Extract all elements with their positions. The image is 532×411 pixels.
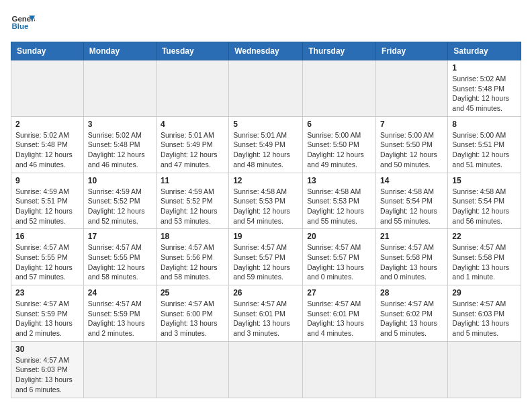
day-cell: 19Sunrise: 4:57 AMSunset: 5:57 PMDayligh…: [229, 229, 303, 285]
day-cell: 17Sunrise: 4:57 AMSunset: 5:55 PMDayligh…: [83, 229, 156, 285]
svg-text:Blue: Blue: [11, 22, 29, 30]
day-cell: 13Sunrise: 4:58 AMSunset: 5:53 PMDayligh…: [303, 173, 376, 229]
day-cell: [229, 341, 303, 398]
day-number: 11: [161, 176, 224, 185]
day-number: 18: [161, 232, 224, 241]
day-number: 23: [15, 288, 79, 298]
day-cell: 15Sunrise: 4:58 AMSunset: 5:54 PMDayligh…: [448, 173, 521, 229]
day-number: 6: [307, 120, 371, 129]
day-number: 24: [88, 288, 152, 298]
day-cell: [83, 60, 156, 117]
day-number: 2: [15, 120, 79, 129]
day-number: 15: [452, 176, 517, 185]
day-number: 13: [307, 176, 371, 185]
day-cell: 18Sunrise: 4:57 AMSunset: 5:56 PMDayligh…: [156, 229, 228, 285]
weekday-header-saturday: Saturday: [448, 42, 521, 60]
week-row-5: 23Sunrise: 4:57 AMSunset: 5:59 PMDayligh…: [11, 285, 521, 342]
day-cell: 11Sunrise: 4:59 AMSunset: 5:52 PMDayligh…: [156, 173, 228, 229]
day-number: 27: [307, 288, 371, 298]
weekday-header-tuesday: Tuesday: [156, 42, 228, 60]
day-cell: 23Sunrise: 4:57 AMSunset: 5:59 PMDayligh…: [11, 285, 84, 342]
day-cell: 29Sunrise: 4:57 AMSunset: 6:03 PMDayligh…: [448, 285, 521, 342]
day-number: 10: [88, 176, 152, 185]
day-info: Sunrise: 4:57 AMSunset: 6:03 PMDaylight:…: [452, 299, 517, 338]
day-number: 9: [15, 176, 79, 185]
day-cell: 12Sunrise: 4:58 AMSunset: 5:53 PMDayligh…: [229, 173, 303, 229]
day-info: Sunrise: 5:02 AMSunset: 5:48 PMDaylight:…: [15, 130, 79, 170]
day-info: Sunrise: 5:02 AMSunset: 5:48 PMDaylight:…: [88, 130, 152, 170]
day-number: 22: [452, 232, 517, 241]
day-info: Sunrise: 4:57 AMSunset: 6:01 PMDaylight:…: [233, 299, 298, 338]
week-row-1: 1Sunrise: 5:02 AMSunset: 5:48 PMDaylight…: [11, 60, 521, 117]
weekday-header-row: SundayMondayTuesdayWednesdayThursdayFrid…: [11, 42, 521, 60]
logo-icon: General Blue: [11, 11, 35, 35]
day-cell: 1Sunrise: 5:02 AMSunset: 5:48 PMDaylight…: [448, 60, 521, 117]
day-cell: 7Sunrise: 5:00 AMSunset: 5:50 PMDaylight…: [376, 116, 448, 173]
day-info: Sunrise: 4:57 AMSunset: 5:55 PMDaylight:…: [15, 242, 79, 282]
day-number: 21: [380, 232, 443, 241]
week-row-3: 9Sunrise: 4:59 AMSunset: 5:51 PMDaylight…: [11, 173, 521, 229]
day-info: Sunrise: 4:57 AMSunset: 5:57 PMDaylight:…: [233, 242, 298, 282]
page-header: General Blue: [11, 11, 521, 35]
day-cell: [303, 60, 376, 117]
day-cell: 26Sunrise: 4:57 AMSunset: 6:01 PMDayligh…: [229, 285, 303, 342]
day-cell: 21Sunrise: 4:57 AMSunset: 5:58 PMDayligh…: [376, 229, 448, 285]
day-cell: 30Sunrise: 4:57 AMSunset: 6:03 PMDayligh…: [11, 341, 84, 398]
day-number: 7: [380, 120, 443, 129]
weekday-header-sunday: Sunday: [11, 42, 84, 60]
day-cell: [448, 341, 521, 398]
day-number: 26: [233, 288, 298, 298]
day-cell: 2Sunrise: 5:02 AMSunset: 5:48 PMDaylight…: [11, 116, 84, 173]
day-info: Sunrise: 4:57 AMSunset: 5:59 PMDaylight:…: [15, 299, 79, 338]
day-cell: 8Sunrise: 5:00 AMSunset: 5:51 PMDaylight…: [448, 116, 521, 173]
weekday-header-friday: Friday: [376, 42, 448, 60]
day-cell: [376, 341, 448, 398]
day-cell: 27Sunrise: 4:57 AMSunset: 6:01 PMDayligh…: [303, 285, 376, 342]
day-info: Sunrise: 5:01 AMSunset: 5:49 PMDaylight:…: [161, 130, 224, 170]
day-number: 1: [452, 63, 517, 73]
day-cell: 16Sunrise: 4:57 AMSunset: 5:55 PMDayligh…: [11, 229, 84, 285]
day-number: 4: [161, 120, 224, 129]
day-cell: 14Sunrise: 4:58 AMSunset: 5:54 PMDayligh…: [376, 173, 448, 229]
day-info: Sunrise: 4:57 AMSunset: 5:55 PMDaylight:…: [88, 242, 152, 282]
day-info: Sunrise: 4:58 AMSunset: 5:54 PMDaylight:…: [380, 187, 443, 226]
day-info: Sunrise: 5:01 AMSunset: 5:49 PMDaylight:…: [233, 130, 298, 170]
day-cell: 5Sunrise: 5:01 AMSunset: 5:49 PMDaylight…: [229, 116, 303, 173]
weekday-header-thursday: Thursday: [303, 42, 376, 60]
day-cell: [303, 341, 376, 398]
day-info: Sunrise: 4:57 AMSunset: 6:02 PMDaylight:…: [380, 299, 443, 338]
day-info: Sunrise: 4:57 AMSunset: 5:57 PMDaylight:…: [307, 242, 371, 282]
day-cell: [376, 60, 448, 117]
day-cell: 25Sunrise: 4:57 AMSunset: 6:00 PMDayligh…: [156, 285, 228, 342]
day-info: Sunrise: 4:58 AMSunset: 5:54 PMDaylight:…: [452, 187, 517, 226]
logo: General Blue: [11, 11, 35, 35]
day-number: 25: [161, 288, 224, 298]
week-row-2: 2Sunrise: 5:02 AMSunset: 5:48 PMDaylight…: [11, 116, 521, 173]
day-info: Sunrise: 4:59 AMSunset: 5:52 PMDaylight:…: [161, 187, 224, 226]
day-info: Sunrise: 4:57 AMSunset: 5:58 PMDaylight:…: [452, 242, 517, 282]
day-cell: 22Sunrise: 4:57 AMSunset: 5:58 PMDayligh…: [448, 229, 521, 285]
day-number: 19: [233, 232, 298, 241]
day-cell: 4Sunrise: 5:01 AMSunset: 5:49 PMDaylight…: [156, 116, 228, 173]
day-info: Sunrise: 4:57 AMSunset: 5:59 PMDaylight:…: [88, 299, 152, 338]
day-info: Sunrise: 5:00 AMSunset: 5:50 PMDaylight:…: [307, 130, 371, 170]
day-cell: 28Sunrise: 4:57 AMSunset: 6:02 PMDayligh…: [376, 285, 448, 342]
day-cell: 3Sunrise: 5:02 AMSunset: 5:48 PMDaylight…: [83, 116, 156, 173]
day-cell: [11, 60, 84, 117]
day-number: 12: [233, 176, 298, 185]
week-row-4: 16Sunrise: 4:57 AMSunset: 5:55 PMDayligh…: [11, 229, 521, 285]
day-info: Sunrise: 4:59 AMSunset: 5:52 PMDaylight:…: [88, 187, 152, 226]
day-cell: [83, 341, 156, 398]
weekday-header-wednesday: Wednesday: [229, 42, 303, 60]
day-number: 17: [88, 232, 152, 241]
day-number: 8: [452, 120, 517, 129]
day-number: 3: [88, 120, 152, 129]
day-info: Sunrise: 5:00 AMSunset: 5:51 PMDaylight:…: [452, 130, 517, 170]
day-number: 29: [452, 288, 517, 298]
day-number: 20: [307, 232, 371, 241]
day-info: Sunrise: 4:58 AMSunset: 5:53 PMDaylight:…: [307, 187, 371, 226]
day-info: Sunrise: 4:57 AMSunset: 5:58 PMDaylight:…: [380, 242, 443, 282]
day-cell: 6Sunrise: 5:00 AMSunset: 5:50 PMDaylight…: [303, 116, 376, 173]
day-number: 16: [15, 232, 79, 241]
day-number: 30: [15, 345, 79, 354]
